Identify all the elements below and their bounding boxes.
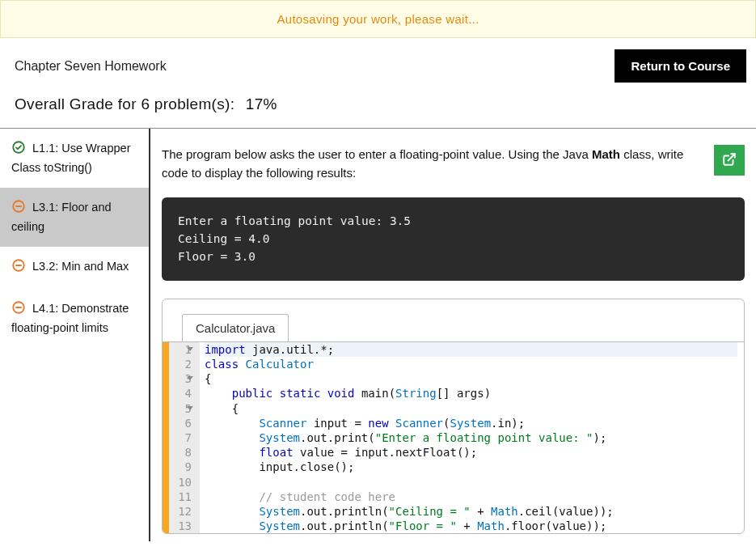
line-number: 6: [175, 416, 192, 430]
pending-circle-icon: [11, 199, 26, 218]
main: L1.1: Use Wrapper Class toString() L3.1:…: [0, 129, 756, 541]
sidebar-item-l1-1[interactable]: L1.1: Use Wrapper Class toString(): [0, 129, 149, 188]
sidebar: L1.1: Use Wrapper Class toString() L3.1:…: [0, 129, 150, 541]
code-line[interactable]: import java.util.*;: [205, 342, 737, 357]
code-line[interactable]: {: [205, 401, 737, 416]
code-editor[interactable]: Calculator.java 12345678910111213 import…: [162, 299, 745, 534]
editor-code[interactable]: import java.util.*;class Calculator{ pub…: [200, 342, 744, 533]
pending-circle-icon: [11, 300, 26, 320]
pending-circle-icon: [11, 258, 26, 278]
problem-instructions: The program below asks the user to enter…: [162, 145, 756, 183]
line-number: 8: [175, 445, 192, 460]
chapter-title: Chapter Seven Homework: [15, 59, 167, 74]
sidebar-item-label: L4.1: Demonstrate floating-point limits: [11, 302, 129, 334]
line-number: 7: [175, 430, 192, 445]
editor-change-marker: [163, 342, 169, 533]
code-line[interactable]: [205, 475, 737, 490]
check-circle-icon: [11, 140, 26, 159]
line-number: 4: [175, 386, 192, 401]
sidebar-item-l3-2[interactable]: L3.2: Min and Max: [0, 247, 149, 289]
code-line[interactable]: System.out.println("Ceiling = " + Math.c…: [205, 504, 737, 519]
code-line[interactable]: // student code here: [205, 490, 737, 504]
instructions-pre: The program below asks the user to enter…: [162, 147, 592, 161]
code-line[interactable]: class Calculator: [205, 357, 737, 371]
header: Chapter Seven Homework Return to Course: [0, 38, 756, 87]
line-number: 13: [175, 519, 192, 533]
editor-tabs: Calculator.java: [163, 299, 744, 341]
line-number: 3: [175, 371, 192, 386]
code-line[interactable]: {: [205, 371, 737, 386]
sidebar-item-label: L3.1: Floor and ceiling: [11, 201, 112, 233]
overall-grade: Overall Grade for 6 problem(s): 17%: [0, 87, 756, 128]
line-number: 2: [175, 357, 192, 371]
sidebar-item-label: L3.2: Min and Max: [29, 260, 129, 273]
editor-tab-calculator[interactable]: Calculator.java: [182, 314, 289, 341]
code-line[interactable]: float value = input.nextFloat();: [205, 445, 737, 460]
autosave-text: Autosaving your work, please wait...: [277, 12, 479, 26]
sidebar-item-l4-1[interactable]: L4.1: Demonstrate floating-point limits: [0, 289, 149, 348]
popout-icon: [722, 152, 737, 169]
expected-output: Enter a floating point value: 3.5 Ceilin…: [162, 197, 745, 281]
line-number: 9: [175, 460, 192, 474]
line-number: 12: [175, 504, 192, 519]
editor-gutter: 12345678910111213: [169, 342, 200, 533]
popout-button[interactable]: [714, 145, 745, 176]
code-line[interactable]: input.close();: [205, 460, 737, 474]
sidebar-item-l3-1[interactable]: L3.1: Floor and ceiling: [0, 188, 149, 247]
code-line[interactable]: public static void main(String[] args): [205, 386, 737, 401]
code-line[interactable]: System.out.print("Enter a floating point…: [205, 430, 737, 445]
instructions-bold: Math: [592, 147, 620, 161]
autosave-banner: Autosaving your work, please wait...: [0, 0, 756, 38]
code-line[interactable]: System.out.println("Floor = " + Math.flo…: [205, 519, 737, 533]
line-number: 5: [175, 401, 192, 416]
grade-percent: 17%: [246, 95, 277, 112]
code-line[interactable]: Scanner input = new Scanner(System.in);: [205, 416, 737, 430]
grade-prefix: Overall Grade for 6 problem(s):: [15, 95, 234, 112]
sidebar-item-label: L1.1: Use Wrapper Class toString(): [11, 142, 130, 174]
line-number: 11: [175, 490, 192, 504]
line-number: 10: [175, 475, 192, 490]
return-to-course-button[interactable]: Return to Course: [615, 49, 746, 83]
editor-body[interactable]: 12345678910111213 import java.util.*;cla…: [163, 341, 744, 533]
problem-content: The program below asks the user to enter…: [150, 129, 756, 541]
line-number: 1: [175, 342, 192, 357]
